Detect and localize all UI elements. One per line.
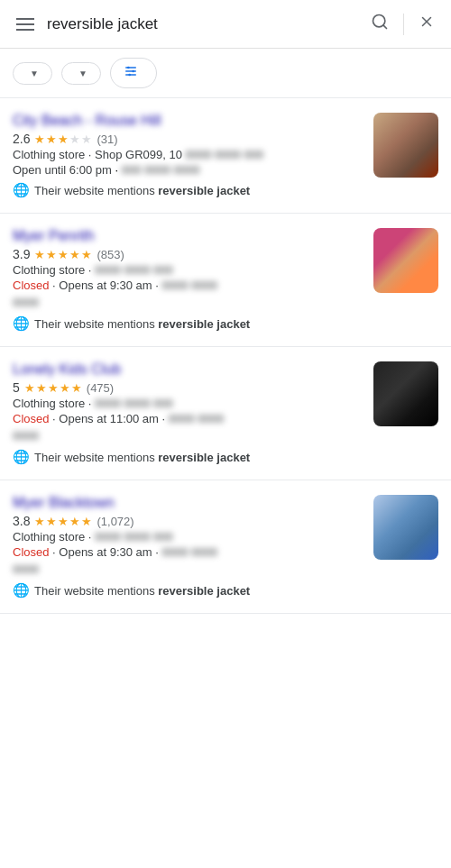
rating-number: 3.8: [13, 514, 30, 528]
closed-status: Closed: [13, 279, 49, 292]
svg-point-8: [132, 70, 134, 73]
star-full: ★: [34, 248, 45, 261]
mention-keyword: reversible jacket: [158, 451, 250, 464]
website-mention: 🌐 Their website mentions reversible jack…: [13, 315, 363, 332]
search-input[interactable]: [47, 15, 358, 33]
search-bar: [0, 0, 451, 49]
review-count: (1,072): [97, 515, 133, 528]
website-mention: 🌐 Their website mentions reversible jack…: [13, 449, 363, 465]
star-full: ★: [46, 132, 57, 146]
closed-status: Closed: [13, 412, 49, 425]
globe-icon: 🌐: [13, 182, 30, 198]
mention-text: Their website mentions reversible jacket: [34, 184, 250, 197]
hours-row: Closed · Opens at 11:00 am · 0000 0000: [13, 412, 363, 425]
website-mention: 🌐 Their website mentions reversible jack…: [13, 582, 363, 598]
svg-line-1: [383, 25, 387, 29]
stars: ★★★★★: [34, 132, 92, 146]
rating-row: 5 ★★★★★ (475): [13, 380, 363, 395]
rating-number: 2.6: [13, 132, 30, 146]
address: 0000 0000 000: [186, 148, 264, 161]
hours-filter[interactable]: ▼: [61, 62, 101, 85]
mention-keyword: reversible jacket: [158, 584, 250, 598]
stars: ★★★★★: [34, 515, 92, 528]
stars: ★★★★★: [24, 381, 82, 395]
hours-row: Closed · Opens at 9:30 am · 0000 0000: [13, 279, 363, 292]
phone: 0000 0000: [162, 545, 217, 559]
rating-filter[interactable]: ▼: [13, 62, 52, 85]
mention-keyword: reversible jacket: [158, 184, 250, 197]
open-status: Open until 6:00 pm: [13, 163, 112, 177]
star-full: ★: [60, 381, 70, 395]
star-half: ★: [58, 132, 69, 146]
globe-icon: 🌐: [13, 315, 30, 332]
star-full: ★: [46, 515, 57, 528]
store-thumbnail: [373, 228, 438, 293]
phone-2: 0000: [13, 296, 39, 309]
menu-icon[interactable]: [13, 14, 38, 34]
mention-text: Their website mentions reversible jacket: [34, 584, 250, 598]
star-full: ★: [34, 132, 45, 146]
card-content: Myer Penrith 3.9 ★★★★★ (853) Clothing st…: [13, 228, 363, 332]
hours-row: Closed · Opens at 9:30 am · 0000 0000: [13, 545, 363, 559]
address: 0000 0000 000: [95, 397, 173, 410]
store-thumbnail: [373, 495, 438, 560]
mention-keyword: reversible jacket: [158, 317, 250, 331]
search-button[interactable]: [367, 9, 392, 39]
star-full: ★: [36, 381, 47, 395]
store-name[interactable]: City Beach - Rouse Hill: [13, 113, 363, 129]
star-full: ★: [71, 381, 82, 395]
hours-row: Open until 6:00 pm · 000 0000 0000: [13, 163, 363, 177]
opens-at: · Opens at 11:00 am ·: [52, 412, 165, 425]
clear-button[interactable]: [415, 10, 438, 38]
website-mention: 🌐 Their website mentions reversible jack…: [13, 182, 363, 198]
star-half: ★: [81, 248, 92, 261]
star-full: ★: [69, 248, 80, 261]
search-action-icons: [367, 9, 438, 39]
search-input-wrapper: [47, 15, 358, 33]
review-count: (475): [87, 381, 114, 395]
vertical-divider: [403, 14, 404, 35]
phone: 000 0000 0000: [122, 163, 200, 177]
store-thumbnail: [373, 361, 438, 426]
store-type: Clothing store · Shop GR099, 10 0000 000…: [13, 148, 363, 161]
star-full: ★: [24, 381, 35, 395]
phone: 0000 0000: [169, 412, 224, 425]
sliders-icon: [124, 64, 138, 82]
phone-2: 0000: [13, 429, 39, 443]
review-count: (853): [97, 248, 124, 261]
address: 0000 0000 000: [95, 263, 173, 277]
store-name[interactable]: Lonely Kids Club: [13, 361, 363, 378]
svg-point-9: [128, 74, 131, 77]
rating-number: 3.9: [13, 247, 30, 261]
result-card[interactable]: Lonely Kids Club 5 ★★★★★ (475) Clothing …: [0, 347, 451, 480]
svg-point-7: [127, 67, 130, 69]
more-filters-button[interactable]: [110, 58, 157, 88]
star-empty: ★: [81, 132, 92, 146]
rating-row: 2.6 ★★★★★ (31): [13, 132, 363, 146]
store-type: Clothing store · 0000 0000 000: [13, 530, 363, 544]
star-full: ★: [58, 248, 69, 261]
results-list: City Beach - Rouse Hill 2.6 ★★★★★ (31) C…: [0, 98, 451, 614]
rating-row: 3.9 ★★★★★ (853): [13, 247, 363, 261]
hours-filter-arrow: ▼: [78, 69, 87, 78]
globe-icon: 🌐: [13, 449, 30, 465]
stars: ★★★★★: [34, 248, 92, 261]
result-card[interactable]: Myer Blacktown 3.8 ★★★★★ (1,072) Clothin…: [0, 480, 451, 614]
star-half: ★: [81, 515, 92, 528]
result-card[interactable]: Myer Penrith 3.9 ★★★★★ (853) Clothing st…: [0, 214, 451, 347]
rating-number: 5: [13, 380, 20, 395]
store-name[interactable]: Myer Blacktown: [13, 495, 363, 511]
closed-status: Closed: [13, 545, 49, 559]
opens-at: · Opens at 9:30 am ·: [52, 279, 159, 292]
star-full: ★: [46, 248, 57, 261]
store-thumbnail: [373, 113, 438, 178]
extra-phone-row: 0000: [13, 294, 363, 310]
card-content: City Beach - Rouse Hill 2.6 ★★★★★ (31) C…: [13, 113, 363, 198]
extra-phone-row: 0000: [13, 561, 363, 577]
filter-row: ▼ ▼: [0, 49, 451, 98]
star-empty: ★: [69, 132, 80, 146]
star-full: ★: [34, 515, 45, 528]
result-card[interactable]: City Beach - Rouse Hill 2.6 ★★★★★ (31) C…: [0, 98, 451, 214]
extra-phone-row: 0000: [13, 427, 363, 443]
store-name[interactable]: Myer Penrith: [13, 228, 363, 244]
